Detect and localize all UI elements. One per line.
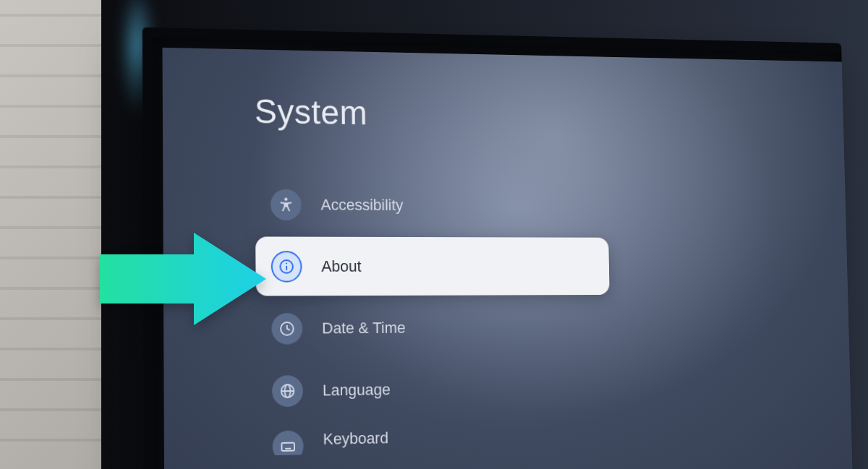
menu-item-label: Language [323, 380, 391, 400]
callout-arrow [100, 233, 266, 325]
settings-menu: Accessibility About [255, 175, 827, 459]
menu-item-language[interactable]: Language [256, 356, 825, 421]
svg-rect-8 [281, 443, 294, 451]
menu-item-date-time[interactable]: Date & Time [256, 297, 825, 358]
menu-item-about[interactable]: About [255, 236, 610, 296]
menu-item-label: Date & Time [322, 319, 406, 337]
menu-item-label: Keyboard [323, 429, 388, 449]
globe-icon [272, 375, 303, 407]
keyboard-icon [273, 431, 304, 456]
menu-item-accessibility[interactable]: Accessibility [255, 175, 822, 236]
menu-item-keyboard[interactable]: Keyboard [257, 415, 827, 455]
svg-marker-13 [100, 233, 266, 325]
menu-item-label: About [321, 257, 361, 276]
accessibility-icon [271, 189, 302, 220]
svg-point-3 [286, 262, 287, 264]
page-title: System [255, 92, 819, 138]
clock-icon [271, 313, 302, 345]
svg-point-0 [284, 197, 287, 200]
info-icon [271, 251, 302, 282]
menu-item-label: Accessibility [320, 195, 403, 214]
